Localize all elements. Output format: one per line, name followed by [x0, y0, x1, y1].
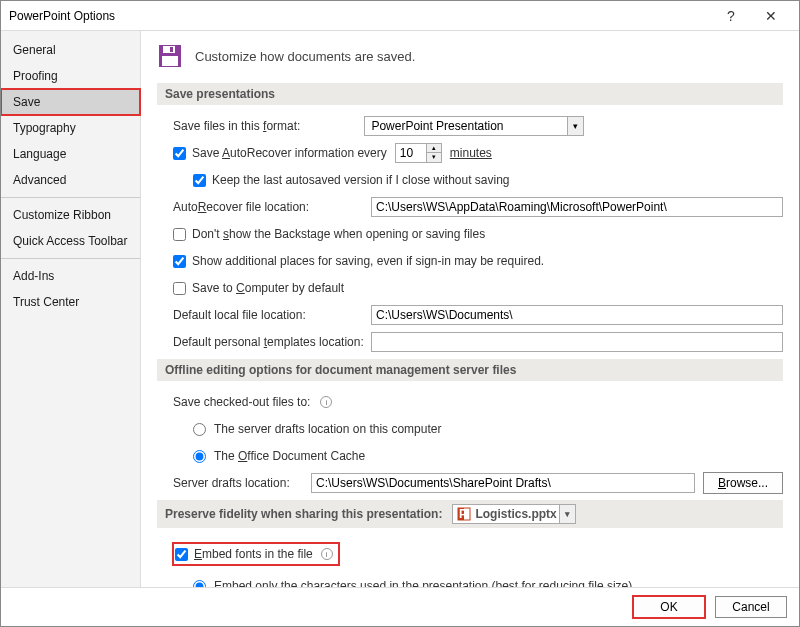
- spinner-down-icon[interactable]: ▾: [427, 153, 441, 162]
- powerpoint-file-icon: P: [457, 507, 471, 521]
- header-text: Customize how documents are saved.: [195, 49, 415, 64]
- keep-last-checkbox[interactable]: [193, 174, 206, 187]
- format-label: Save files in this format:: [173, 119, 300, 133]
- minutes-label: minutes: [450, 146, 492, 160]
- sidebar-item-typography[interactable]: Typography: [1, 115, 140, 141]
- show-additional-checkbox[interactable]: [173, 255, 186, 268]
- svg-rect-1: [163, 46, 175, 53]
- sidebar-item-customize-ribbon[interactable]: Customize Ribbon: [1, 202, 140, 228]
- sidebar-item-general[interactable]: General: [1, 37, 140, 63]
- show-additional-label: Show additional places for saving, even …: [192, 254, 544, 268]
- sidebar-item-language[interactable]: Language: [1, 141, 140, 167]
- autorec-loc-input[interactable]: [371, 197, 783, 217]
- autorecover-minutes-spinner[interactable]: ▴▾: [395, 143, 442, 163]
- default-templates-input[interactable]: [371, 332, 783, 352]
- keep-last-label: Keep the last autosaved version if I clo…: [212, 173, 510, 187]
- close-button[interactable]: ✕: [751, 8, 791, 24]
- dont-show-backstage-label: Don't show the Backstage when opening or…: [192, 227, 485, 241]
- save-to-computer-label: Save to Computer by default: [192, 281, 344, 295]
- sidebar-separator: [1, 258, 140, 259]
- info-icon[interactable]: i: [321, 548, 333, 560]
- sidebar-item-save[interactable]: Save: [1, 89, 140, 115]
- office-cache-radio[interactable]: [193, 450, 206, 463]
- cancel-button[interactable]: Cancel: [715, 596, 787, 618]
- browse-button[interactable]: Browse...: [703, 472, 783, 494]
- default-local-input[interactable]: [371, 305, 783, 325]
- section-save-presentations: Save presentations: [157, 83, 783, 105]
- help-button[interactable]: ?: [711, 8, 751, 24]
- info-icon[interactable]: i: [320, 396, 332, 408]
- autorecover-checkbox[interactable]: [173, 147, 186, 160]
- preserve-fidelity-label: Preserve fidelity when sharing this pres…: [165, 507, 442, 521]
- default-local-label: Default local file location:: [173, 308, 363, 322]
- default-templates-label: Default personal templates location:: [173, 335, 363, 349]
- embed-only-label: Embed only the characters used in the pr…: [214, 579, 632, 587]
- sidebar-item-addins[interactable]: Add-Ins: [1, 263, 140, 289]
- sidebar-item-qat[interactable]: Quick Access Toolbar: [1, 228, 140, 254]
- ok-button[interactable]: OK: [633, 596, 705, 618]
- sidebar-item-advanced[interactable]: Advanced: [1, 167, 140, 193]
- save-disk-icon: [157, 43, 183, 69]
- options-dialog: PowerPoint Options ? ✕ General Proofing …: [0, 0, 800, 627]
- format-dropdown[interactable]: PowerPoint Presentation ▾: [364, 116, 584, 136]
- presentation-dropdown[interactable]: P Logistics.pptx ▾: [452, 504, 575, 524]
- sidebar-separator: [1, 197, 140, 198]
- sidebar: General Proofing Save Typography Languag…: [1, 31, 141, 587]
- chevron-down-icon: ▾: [559, 505, 575, 523]
- svg-text:P: P: [459, 507, 467, 521]
- server-drafts-loc-input[interactable]: [311, 473, 695, 493]
- sidebar-item-trust-center[interactable]: Trust Center: [1, 289, 140, 315]
- embed-only-radio[interactable]: [193, 580, 206, 588]
- server-drafts-radio[interactable]: [193, 423, 206, 436]
- dialog-title: PowerPoint Options: [9, 9, 711, 23]
- main-panel: Customize how documents are saved. Save …: [141, 31, 799, 587]
- embed-fonts-checkbox[interactable]: [175, 548, 188, 561]
- dialog-footer: OK Cancel: [1, 587, 799, 626]
- dont-show-backstage-checkbox[interactable]: [173, 228, 186, 241]
- sidebar-item-proofing[interactable]: Proofing: [1, 63, 140, 89]
- section-preserve-fidelity: Preserve fidelity when sharing this pres…: [157, 500, 783, 528]
- titlebar: PowerPoint Options ? ✕: [1, 1, 799, 31]
- chevron-down-icon: ▾: [567, 117, 583, 135]
- spinner-up-icon[interactable]: ▴: [427, 144, 441, 153]
- autorec-loc-label: AutoRecover file location:: [173, 200, 363, 214]
- office-cache-radio-label: The Office Document Cache: [214, 449, 365, 463]
- svg-rect-3: [162, 56, 178, 66]
- save-checked-label: Save checked-out files to:: [173, 395, 310, 409]
- section-offline-editing: Offline editing options for document man…: [157, 359, 783, 381]
- autorecover-label: Save AutoRecover information every: [192, 146, 387, 160]
- svg-rect-2: [170, 47, 173, 52]
- save-to-computer-checkbox[interactable]: [173, 282, 186, 295]
- server-drafts-radio-label: The server drafts location on this compu…: [214, 422, 441, 436]
- embed-fonts-label: Embed fonts in the file: [194, 547, 313, 561]
- server-drafts-loc-label: Server drafts location:: [173, 476, 303, 490]
